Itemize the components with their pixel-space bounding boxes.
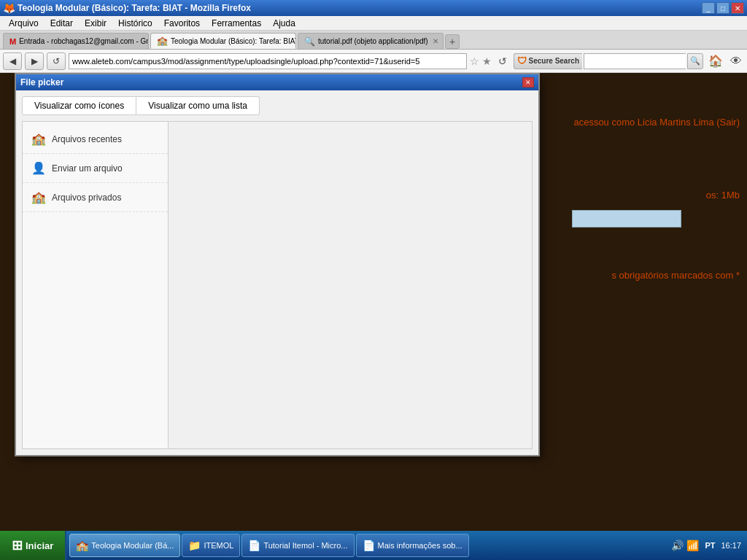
menu-arquivo[interactable]: Arquivo <box>3 17 44 30</box>
bookmark2-icon[interactable]: ★ <box>482 55 492 67</box>
language-indicator: PT <box>705 541 715 550</box>
avg-search-input[interactable] <box>584 53 686 69</box>
taskbar-right: 🔊 📶 PT 16:17 <box>665 540 747 551</box>
title-bar-left: 🦊 Teologia Modular (Básico): Tarefa: BIA… <box>3 2 251 14</box>
taskbar-mais-icon: 📄 <box>363 540 375 551</box>
view-tab-icons[interactable]: Visualizar como ícones <box>22 96 136 115</box>
limit-text: os: 1Mb <box>706 190 740 201</box>
dialog-title-bar: File picker ✕ <box>16 74 538 90</box>
tab-gmail-icon: M <box>9 37 16 46</box>
file-picker-dialog: File picker ✕ Visualizar como ícones Vis… <box>15 73 540 456</box>
windows-icon: ⊞ <box>12 537 23 553</box>
nav-bar: ◀ ▶ ↺ ☆ ★ ↺ 🛡 Secure Search 🔍 🏠 👁 <box>0 50 747 73</box>
sidebar-item-upload[interactable]: 👤 Enviar um arquivo <box>23 154 168 183</box>
address-bar[interactable] <box>69 53 467 69</box>
taskbar-item-tutorial[interactable]: 📄 Tutorial Itemol - Micro... <box>241 534 354 557</box>
title-bar-buttons: _ □ ✕ <box>702 2 744 14</box>
sidebar-item-private[interactable]: 🏫 Arquivos privados <box>23 183 168 212</box>
menu-ajuda[interactable]: Ajuda <box>267 17 301 30</box>
menu-favoritos[interactable]: Favoritos <box>158 17 206 30</box>
taskbar-tutorial-label: Tutorial Itemol - Micro... <box>263 541 347 550</box>
menu-bar: Arquivo Editar Exibir Histórico Favorito… <box>0 16 747 31</box>
menu-editar[interactable]: Editar <box>44 17 79 30</box>
minimize-button[interactable]: _ <box>702 2 715 14</box>
recent-icon: 🏫 <box>31 132 46 146</box>
tab-tutorial-label: tutorial.pdf (objeto application/pdf) <box>318 37 428 45</box>
tab-tutorial-close[interactable]: ✕ <box>433 37 438 45</box>
upload-icon: 👤 <box>31 161 46 175</box>
private-icon: 🏫 <box>31 190 46 204</box>
main-panel <box>169 122 532 448</box>
search-bar: 🛡 Secure Search 🔍 <box>514 53 704 69</box>
forward-button[interactable]: ▶ <box>25 52 44 70</box>
taskbar-itemol-icon: 📁 <box>188 540 201 551</box>
title-bar: 🦊 Teologia Modular (Básico): Tarefa: BIA… <box>0 0 747 16</box>
tab-teologia-label: Teologia Modular (Básico): Tarefa: BIAT <box>171 37 296 45</box>
taskbar-mais-label: Mais informações sob... <box>378 541 462 550</box>
reload-button[interactable]: ↺ <box>495 53 511 69</box>
sidebar-item-private-label: Arquivos privados <box>52 192 121 203</box>
dialog-title: File picker <box>20 77 63 88</box>
tab-tutorial[interactable]: 🔍 tutorial.pdf (objeto application/pdf) … <box>298 33 444 49</box>
user-info-text: acessou como Licia Martins Lima (Sair) <box>573 117 740 128</box>
refresh-button[interactable]: ↺ <box>47 52 66 70</box>
taskbar-items: 🏫 Teologia Modular (Bá... 📁 ITEMOL 📄 Tut… <box>66 534 665 557</box>
view-tab-list[interactable]: Visualizar como uma lista <box>136 96 260 115</box>
firefox-icon: 🦊 <box>3 2 15 14</box>
taskbar-itemol-label: ITEMOL <box>204 541 233 550</box>
maximize-button[interactable]: □ <box>716 2 729 14</box>
taskbar-tray: 🔊 📶 <box>671 540 699 551</box>
tab-teologia-icon: 🏫 <box>157 36 168 46</box>
taskbar-item-mais[interactable]: 📄 Mais informações sob... <box>356 534 469 557</box>
sidebar-item-recent-label: Arquivos recentes <box>52 134 122 144</box>
home-button[interactable]: 🏠 <box>706 54 725 68</box>
avg-search-label: Secure Search <box>529 57 580 65</box>
sidebar-panel: 🏫 Arquivos recentes 👤 Enviar um arquivo … <box>23 122 169 448</box>
required-text: s obrigatórios marcados com * <box>611 270 740 281</box>
tray-icon2: 📶 <box>686 540 699 551</box>
tab-tutorial-icon: 🔍 <box>304 36 315 47</box>
sidebar-item-upload-label: Enviar um arquivo <box>52 163 123 174</box>
bookmark-icon[interactable]: ☆ <box>470 55 479 67</box>
text-input-bg <box>572 210 681 228</box>
taskbar-item-teologia[interactable]: 🏫 Teologia Modular (Bá... <box>69 534 180 557</box>
window-title: Teologia Modular (Básico): Tarefa: BIAT … <box>18 3 251 13</box>
back-button[interactable]: ◀ <box>3 52 22 70</box>
taskbar-teologia-label: Teologia Modular (Bá... <box>91 541 174 550</box>
tab-teologia[interactable]: 🏫 Teologia Modular (Básico): Tarefa: BIA… <box>150 33 296 49</box>
start-button[interactable]: ⊞ Iniciar <box>0 531 66 560</box>
sidebar-item-recent[interactable]: 🏫 Arquivos recentes <box>23 125 168 154</box>
tab-gmail[interactable]: M Entrada - robchagas12@gmail.com - Gmai… <box>3 33 149 49</box>
taskbar-clock: 16:17 <box>721 541 741 550</box>
start-label: Iniciar <box>26 540 53 551</box>
taskbar-tutorial-icon: 📄 <box>248 540 260 551</box>
dialog-body: Visualizar como ícones Visualizar como u… <box>16 90 538 455</box>
taskbar-teologia-icon: 🏫 <box>76 540 88 551</box>
menu-exibir[interactable]: Exibir <box>79 17 112 30</box>
reader-button[interactable]: 👁 <box>728 55 744 68</box>
avg-search-button[interactable]: 🔍 <box>687 53 703 69</box>
taskbar-item-itemol[interactable]: 📁 ITEMOL <box>182 534 240 557</box>
dialog-close-button[interactable]: ✕ <box>522 77 534 88</box>
avg-logo: 🛡 Secure Search <box>514 53 583 69</box>
taskbar: ⊞ Iniciar 🏫 Teologia Modular (Bá... 📁 IT… <box>0 531 747 560</box>
clock-time: 16:17 <box>721 541 741 550</box>
page-content: acessou como Licia Martins Lima (Sair) o… <box>0 73 747 538</box>
tab-bar: M Entrada - robchagas12@gmail.com - Gmai… <box>0 31 747 50</box>
dialog-content: 🏫 Arquivos recentes 👤 Enviar um arquivo … <box>22 121 533 449</box>
menu-ferramentas[interactable]: Ferramentas <box>206 17 267 30</box>
tab-gmail-label: Entrada - robchagas12@gmail.com - Gmail <box>19 37 149 45</box>
new-tab-button[interactable]: + <box>445 34 460 49</box>
view-tabs: Visualizar como ícones Visualizar como u… <box>22 96 533 115</box>
close-button[interactable]: ✕ <box>731 2 744 14</box>
avg-shield-icon: 🛡 <box>517 55 527 66</box>
menu-historico[interactable]: Histórico <box>112 17 158 30</box>
tray-icon1: 🔊 <box>671 540 684 551</box>
